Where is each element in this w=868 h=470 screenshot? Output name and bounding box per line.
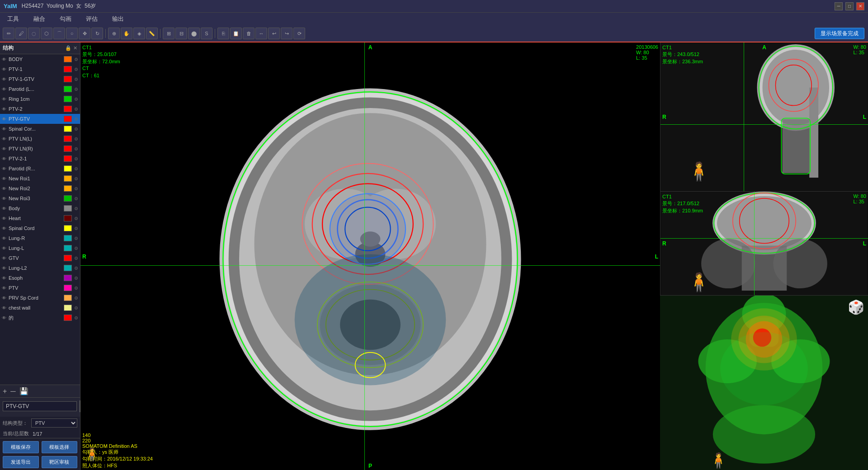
structure-color-swatch[interactable] [64,245,72,251]
viewport-top-right[interactable]: CT1 景号：243.0/512 景坐标：236.3mm W: 80 L: 35… [660,42,868,192]
gear-icon[interactable]: ⚙ [74,256,78,261]
maximize-button[interactable]: □ [845,2,854,10]
gear-icon[interactable]: ⚙ [74,57,78,62]
gear-icon[interactable]: ⚙ [74,186,78,191]
tool-lasso[interactable]: ⌒ [53,28,65,39]
visibility-icon[interactable]: 👁 [2,246,7,251]
structure-list-item[interactable]: 👁 Ring 1cm ⚙ [0,94,80,104]
gear-icon[interactable]: ⚙ [74,156,78,161]
gear-icon[interactable]: ⚙ [74,306,78,310]
menu-fusion[interactable]: 融合 [30,14,49,24]
tool-brush[interactable]: 🖊 [15,28,27,39]
tool-measure[interactable]: 📏 [146,28,158,39]
viewport-3d[interactable]: 🎲 [660,296,868,470]
structure-list-item[interactable]: 👁 PTV-1 ⚙ [0,64,80,74]
structure-color-swatch[interactable] [64,195,72,202]
structure-list-item[interactable]: 👁 PRV Sp Cord ⚙ [0,293,80,303]
structure-list-item[interactable]: 👁 Parotid (L... ⚙ [0,84,80,94]
structure-list-item[interactable]: 👁 Esoph ⚙ [0,273,80,283]
display-ready-button[interactable]: 显示场景备完成 [815,28,864,39]
tool-move[interactable]: ✥ [79,28,90,39]
gear-icon[interactable]: ⚙ [74,266,78,271]
structure-color-swatch[interactable] [64,205,72,212]
visibility-icon[interactable]: 👁 [2,315,7,320]
structure-color-swatch[interactable] [64,285,72,291]
visibility-icon[interactable]: 👁 [2,236,7,241]
structure-color-swatch[interactable] [64,96,72,102]
close-button[interactable]: ✕ [856,2,864,10]
visibility-icon[interactable]: 👁 [2,276,7,281]
lock-icon[interactable]: 🔒 [65,45,71,51]
minimize-button[interactable]: ─ [835,2,843,10]
add-structure-button[interactable]: + [3,387,7,395]
visibility-icon[interactable]: 👁 [2,166,7,171]
tool-fill[interactable]: ⬤ [188,28,200,39]
visibility-icon[interactable]: 👁 [2,87,7,92]
visibility-icon[interactable]: 👁 [2,186,7,191]
tool-zoom[interactable]: ⊕ [108,28,120,39]
visibility-icon[interactable]: 👁 [2,256,7,261]
structure-list-item[interactable]: 👁 PTV-1-GTV ⚙ [0,74,80,84]
gear-icon[interactable]: ⚙ [74,206,78,211]
structure-color-swatch[interactable] [64,165,72,172]
structure-list-item[interactable]: 👁 Lung-L ⚙ [0,243,80,253]
structure-color-swatch[interactable] [64,295,72,301]
gear-icon[interactable]: ⚙ [74,176,78,181]
visibility-icon[interactable]: 👁 [2,306,7,310]
structure-list-item[interactable]: 👁 Parotid (R... ⚙ [0,164,80,174]
tool-rotate[interactable]: ↻ [91,28,103,39]
tool-expand[interactable]: ⊞ [163,28,175,39]
gear-icon[interactable]: ⚙ [74,67,78,72]
close-struct-icon[interactable]: ✕ [73,45,77,51]
structure-list-item[interactable]: 👁 GTV ⚙ [0,253,80,263]
center-viewport[interactable]: CT1 景号：25.0/107 景坐标：72.0mm CT CT：61 2013… [80,42,660,470]
structure-list-item[interactable]: 👁 Spinal Cor... ⚙ [0,124,80,134]
gear-icon[interactable]: ⚙ [74,127,78,132]
gear-icon[interactable]: ⚙ [74,107,78,112]
structure-color-swatch[interactable] [64,146,72,152]
visibility-icon[interactable]: 👁 [2,57,7,62]
structure-list-item[interactable]: 👁 PTV-2-1 ⚙ [0,154,80,164]
structure-color-swatch[interactable] [64,66,72,72]
remove-structure-button[interactable]: ─ [10,387,15,395]
tool-eraser[interactable]: ◌ [28,28,40,39]
visibility-icon[interactable]: 👁 [2,117,7,122]
tool-circle[interactable]: ○ [66,28,78,39]
structure-list-item[interactable]: 👁 PTV-2 ⚙ [0,104,80,114]
structure-color-swatch[interactable] [64,305,72,311]
structure-list-item[interactable]: 👁 PTV ⚙ [0,283,80,293]
structure-list-item[interactable]: 👁 BODY ⚙ [0,54,80,64]
menu-contour[interactable]: 勾画 [56,14,75,24]
tool-copy[interactable]: ⎘ [217,28,229,39]
gear-icon[interactable]: ⚙ [74,286,78,291]
structure-color-swatch[interactable] [64,175,72,182]
visibility-icon[interactable]: 👁 [2,146,7,151]
gear-icon[interactable]: ⚙ [74,276,78,281]
structure-list-item[interactable]: 👁 PTV LN(R) ⚙ [0,144,80,154]
gear-icon[interactable]: ⚙ [74,146,78,151]
template-save-button[interactable]: 模板保存 [3,441,39,453]
structure-color-swatch[interactable] [64,155,72,162]
tool-polygon[interactable]: ⬡ [41,28,52,39]
structure-list-item[interactable]: 👁 chest wall ⚙ [0,303,80,313]
visibility-icon[interactable]: 👁 [2,266,7,271]
structure-color-swatch[interactable] [64,136,72,142]
structure-name-input[interactable] [3,401,77,411]
visibility-icon[interactable]: 👁 [2,296,7,301]
structure-color-swatch[interactable] [64,56,72,62]
structure-list-item[interactable]: 👁 PTV LN(L) ⚙ [0,134,80,144]
contour-review-button[interactable]: 靶区审核 [42,456,78,468]
gear-icon[interactable]: ⚙ [74,87,78,92]
structure-list-item[interactable]: 👁 New Roi3 ⚙ [0,193,80,203]
visibility-icon[interactable]: 👁 [2,226,7,231]
gear-icon[interactable]: ⚙ [74,216,78,221]
structure-list-item[interactable]: 👁 PTV-GTV ⚙ [0,114,80,124]
export-button[interactable]: 发送导出 [3,456,39,468]
structure-color-swatch[interactable] [64,116,72,122]
structure-list[interactable]: 👁 BODY ⚙ 👁 PTV-1 ⚙ 👁 PTV-1-GTV ⚙ 👁 Parot… [0,54,80,385]
tool-undo[interactable]: ↩ [268,28,280,39]
structure-color-swatch[interactable] [64,215,72,221]
structure-list-item[interactable]: 👁 Spinal Cord ⚙ [0,223,80,233]
structure-color-swatch[interactable] [64,315,72,321]
tool-flip-h[interactable]: ↔ [255,28,267,39]
